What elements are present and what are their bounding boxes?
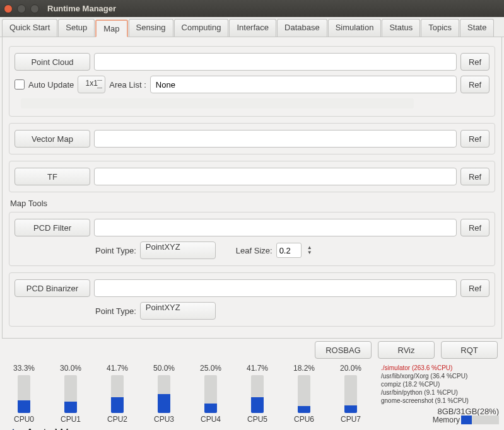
tab-status[interactable]: Status bbox=[382, 19, 420, 37]
pcd-filter-group: PCD Filter Ref Point Type: PointXYZ Leaf… bbox=[9, 212, 495, 266]
rqt-button[interactable]: RQT bbox=[441, 341, 498, 359]
cpu-bar bbox=[298, 375, 310, 413]
stats-panel: 33.3%CPU030.0%CPU141.7%CPU250.0%CPU325.0… bbox=[0, 363, 504, 424]
minimize-icon[interactable] bbox=[17, 4, 26, 13]
autoware-logo-icon bbox=[5, 427, 21, 430]
tf-ref-button[interactable]: Ref bbox=[460, 168, 489, 185]
vector-map-path-input[interactable] bbox=[94, 130, 457, 148]
vector-map-button[interactable]: Vector Map bbox=[15, 130, 90, 148]
pcd-filter-ref-button[interactable]: Ref bbox=[460, 219, 489, 236]
tab-database[interactable]: Database bbox=[277, 19, 327, 37]
tab-interface[interactable]: Interface bbox=[229, 19, 276, 37]
point-cloud-group: Point Cloud Ref Auto Update 1x1 Area Lis… bbox=[9, 46, 495, 117]
close-icon[interactable] bbox=[4, 4, 13, 13]
tab-setup[interactable]: Setup bbox=[58, 19, 95, 37]
tab-content: Point Cloud Ref Auto Update 1x1 Area Lis… bbox=[2, 37, 502, 339]
tab-computing[interactable]: Computing bbox=[174, 19, 229, 37]
cpu-name: CPU0 bbox=[14, 415, 34, 424]
memory-bar bbox=[461, 415, 499, 424]
rosbag-button[interactable]: ROSBAG bbox=[315, 341, 372, 359]
cpu-meter-2: 41.7%CPU2 bbox=[101, 364, 134, 424]
logo-row: AutoWare bbox=[0, 424, 504, 430]
leaf-size-stepper[interactable]: ▲▼ bbox=[307, 245, 313, 255]
tf-path-input[interactable] bbox=[94, 168, 457, 185]
point-cloud-button[interactable]: Point Cloud bbox=[15, 53, 90, 71]
pcd-binarizer-ref-button[interactable]: Ref bbox=[460, 279, 489, 297]
cpu-name: CPU1 bbox=[61, 415, 81, 424]
process-line: /usr/lib/xorg/Xorg (36.4 %CPU) bbox=[381, 372, 499, 380]
pcd-binarizer-point-type-select[interactable]: PointXYZ bbox=[140, 302, 216, 320]
cpu-bar bbox=[204, 375, 217, 413]
cpu-pct: 18.2% bbox=[293, 364, 315, 373]
area-list-input[interactable] bbox=[150, 76, 457, 93]
tf-button[interactable]: TF bbox=[15, 168, 90, 185]
cpu-bar bbox=[111, 375, 124, 413]
cpu-bar bbox=[158, 375, 170, 413]
leaf-size-label: Leaf Size: bbox=[236, 246, 273, 255]
cpu-pct: 25.0% bbox=[200, 364, 221, 373]
memory-label: Memory bbox=[433, 416, 460, 424]
pcd-filter-point-type-select[interactable]: PointXYZ bbox=[140, 241, 216, 259]
cpu-meter-7: 20.0%CPU7 bbox=[334, 364, 367, 424]
process-line: /usr/bin/python (9.1 %CPU) bbox=[381, 388, 499, 397]
cpu-name: CPU4 bbox=[201, 415, 221, 424]
process-line: compiz (18.2 %CPU) bbox=[381, 380, 499, 388]
cpu-meter-6: 18.2%CPU6 bbox=[288, 364, 320, 424]
pcd-filter-point-type-label: Point Type: bbox=[95, 246, 136, 255]
cpu-pct: 30.0% bbox=[60, 364, 81, 373]
titlebar: Runtime Manager bbox=[0, 0, 504, 17]
pcd-filter-path-input[interactable] bbox=[94, 219, 457, 236]
cpu-meter-3: 50.0%CPU3 bbox=[148, 364, 180, 424]
point-cloud-progress bbox=[21, 98, 414, 108]
cpu-bar bbox=[344, 375, 357, 413]
cpu-pct: 33.3% bbox=[13, 364, 35, 373]
leaf-size-input[interactable] bbox=[276, 243, 302, 258]
area-list-ref-button[interactable]: Ref bbox=[460, 76, 489, 93]
point-cloud-ref-button[interactable]: Ref bbox=[460, 53, 489, 71]
tab-bar: Quick Start Setup Map Sensing Computing … bbox=[0, 17, 504, 37]
pcd-binarizer-group: PCD Binarizer Ref Point Type: PointXYZ bbox=[9, 272, 495, 327]
maximize-icon[interactable] bbox=[30, 4, 39, 13]
cpu-meter-4: 25.0%CPU4 bbox=[194, 364, 227, 424]
tab-sensing[interactable]: Sensing bbox=[129, 19, 173, 37]
cpu-name: CPU7 bbox=[341, 415, 361, 424]
vector-map-group: Vector Map Ref bbox=[9, 123, 495, 154]
process-line: gnome-screenshot (9.1 %CPU) bbox=[381, 397, 499, 405]
auto-update-checkbox[interactable] bbox=[15, 79, 25, 90]
auto-update-label: Auto Update bbox=[28, 80, 74, 90]
cpu-bar bbox=[64, 375, 77, 413]
window-title: Runtime Manager bbox=[47, 4, 116, 13]
cpu-name: CPU3 bbox=[154, 415, 174, 424]
tab-topics[interactable]: Topics bbox=[421, 19, 459, 37]
point-cloud-path-input[interactable] bbox=[94, 53, 457, 71]
cpu-pct: 41.7% bbox=[247, 364, 268, 373]
cpu-name: CPU5 bbox=[247, 415, 267, 424]
grid-spinner[interactable]: 1x1 bbox=[78, 76, 105, 93]
memory-summary: 8GB/31GB(28%) bbox=[381, 407, 499, 415]
tab-quick-start[interactable]: Quick Start bbox=[2, 19, 57, 37]
pcd-binarizer-point-type-label: Point Type: bbox=[95, 306, 136, 316]
rviz-button[interactable]: RViz bbox=[378, 341, 435, 359]
cpu-pct: 41.7% bbox=[107, 364, 128, 373]
pcd-filter-button[interactable]: PCD Filter bbox=[15, 219, 90, 236]
cpu-meter-1: 30.0%CPU1 bbox=[54, 364, 87, 424]
autoware-logo-text: AutoWare bbox=[25, 426, 89, 430]
tab-map[interactable]: Map bbox=[95, 20, 127, 37]
area-list-label: Area List : bbox=[109, 80, 146, 90]
cpu-bar bbox=[18, 375, 30, 413]
process-line: ./simulator (263.6 %CPU) bbox=[381, 364, 499, 372]
cpu-pct: 50.0% bbox=[153, 364, 175, 373]
cpu-bar bbox=[251, 375, 264, 413]
pcd-binarizer-path-input[interactable] bbox=[94, 279, 457, 297]
vector-map-ref-button[interactable]: Ref bbox=[460, 130, 489, 148]
tab-simulation[interactable]: Simulation bbox=[328, 19, 382, 37]
bottom-button-row: ROSBAG RViz RQT bbox=[0, 339, 504, 363]
cpu-meter-0: 33.3%CPU0 bbox=[8, 364, 40, 424]
tf-group: TF Ref bbox=[9, 161, 495, 192]
cpu-pct: 20.0% bbox=[340, 364, 361, 373]
map-tools-label: Map Tools bbox=[10, 199, 495, 208]
pcd-binarizer-button[interactable]: PCD Binarizer bbox=[15, 279, 90, 297]
process-list: ./simulator (263.6 %CPU)/usr/lib/xorg/Xo… bbox=[381, 364, 499, 424]
cpu-name: CPU2 bbox=[107, 415, 127, 424]
tab-state[interactable]: State bbox=[460, 19, 494, 37]
